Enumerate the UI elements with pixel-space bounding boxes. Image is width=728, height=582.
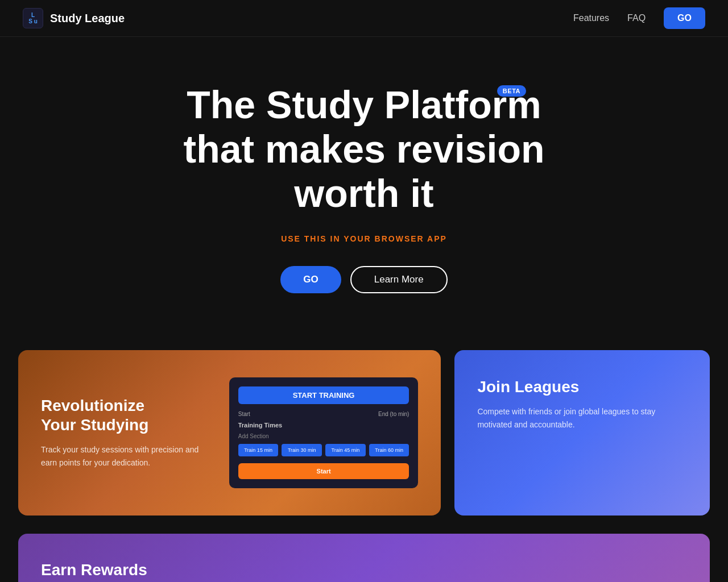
brand-name: Study League	[50, 12, 125, 25]
mock-train-15[interactable]: Train 15 min	[238, 444, 279, 456]
card-leagues: Join Leagues Compete with friends or joi…	[454, 350, 710, 516]
mock-train-30[interactable]: Train 30 min	[282, 444, 322, 456]
mock-end-label: End (to min)	[378, 411, 409, 417]
hero-learn-more-button[interactable]: Learn More	[350, 266, 448, 293]
mock-row-labels: Start End (to min)	[238, 411, 410, 417]
bottom-section: Earn Rewards Unlock achievements and ear…	[0, 534, 728, 582]
mock-start-button[interactable]: Start	[238, 463, 410, 479]
mock-train-60[interactable]: Train 60 min	[369, 444, 410, 456]
navbar: L S u Study League Features FAQ GO	[0, 0, 728, 37]
leagues-title: Join Leagues	[477, 377, 687, 397]
card-revolutionize: RevolutionizeYour Studying Track your st…	[18, 350, 441, 516]
beta-badge: BETA	[497, 85, 526, 97]
nav-go-button[interactable]: GO	[664, 7, 705, 29]
hero-subtitle: USE THIS IN YOUR BROWSER APP	[281, 234, 447, 243]
nav-features[interactable]: Features	[573, 13, 609, 23]
mock-add-section: Add Section	[238, 433, 410, 439]
rewards-title: Earn Rewards	[41, 561, 687, 579]
nav-faq[interactable]: FAQ	[627, 13, 646, 23]
revolutionize-title: RevolutionizeYour Studying	[41, 396, 212, 434]
cards-section: RevolutionizeYour Studying Track your st…	[0, 350, 728, 534]
hero-go-button[interactable]: GO	[280, 266, 341, 293]
mock-train-buttons: Train 15 min Train 30 min Train 45 min T…	[238, 444, 410, 456]
hero-title: The Study Platform that makes revision w…	[165, 82, 563, 216]
training-mock: START TRAINING Start End (to min) Traini…	[229, 377, 419, 488]
leagues-description: Compete with friends or join global leag…	[477, 405, 687, 431]
logo-icon: L S u	[23, 8, 43, 28]
mock-header: START TRAINING	[238, 386, 410, 404]
mock-train-45[interactable]: Train 45 min	[325, 444, 366, 456]
brand-logo[interactable]: L S u Study League	[23, 8, 125, 28]
hero-buttons: GO Learn More	[280, 266, 447, 293]
nav-links: Features FAQ GO	[573, 7, 705, 29]
revolutionize-description: Track your study sessions with precision…	[41, 443, 212, 469]
mock-start-label: Start	[238, 411, 250, 417]
mock-training-times: Training Times	[238, 422, 410, 429]
hero-section: BETA The Study Platform that makes revis…	[0, 37, 728, 350]
card-rewards: Earn Rewards Unlock achievements and ear…	[18, 534, 710, 582]
revolutionize-content: RevolutionizeYour Studying Track your st…	[41, 396, 212, 469]
